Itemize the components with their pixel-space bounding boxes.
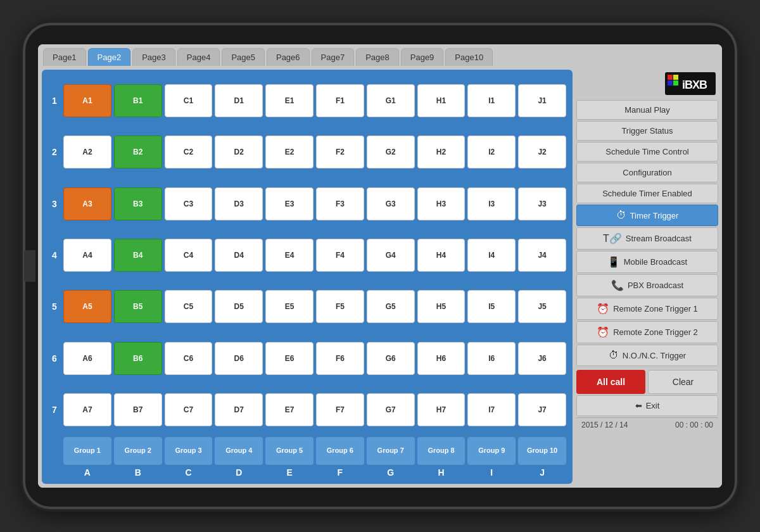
tab-page6[interactable]: Page6 — [267, 48, 310, 66]
tab-page4[interactable]: Page4 — [177, 48, 220, 66]
tab-page7[interactable]: Page7 — [312, 48, 355, 66]
cell-h5[interactable]: H5 — [417, 290, 466, 323]
group-cell-1[interactable]: Group 1 — [63, 437, 111, 465]
group-cell-2[interactable]: Group 2 — [114, 437, 162, 465]
cell-j4[interactable]: J4 — [518, 239, 566, 272]
menu-item-3[interactable]: Configuration — [576, 163, 718, 182]
cell-h2[interactable]: H2 — [417, 136, 466, 168]
cell-i3[interactable]: I3 — [467, 187, 516, 220]
cell-d5[interactable]: D5 — [215, 290, 263, 323]
cell-b2[interactable]: B2 — [114, 136, 162, 168]
cell-a6[interactable]: A6 — [63, 342, 111, 375]
cell-e2[interactable]: E2 — [265, 136, 314, 168]
menu-item-5[interactable]: ⏱Timer Trigger — [576, 205, 718, 226]
group-cell-5[interactable]: Group 5 — [265, 437, 314, 465]
cell-b6[interactable]: B6 — [114, 342, 162, 375]
cell-i5[interactable]: I5 — [467, 290, 516, 323]
menu-item-9[interactable]: ⏰Remote Zone Trigger 1 — [576, 298, 718, 320]
cell-j6[interactable]: J6 — [518, 342, 566, 375]
cell-e3[interactable]: E3 — [265, 187, 314, 220]
cell-a7[interactable]: A7 — [63, 393, 111, 426]
group-cell-4[interactable]: Group 4 — [215, 437, 263, 465]
cell-d1[interactable]: D1 — [215, 84, 263, 117]
menu-item-8[interactable]: 📞PBX Broadcast — [576, 274, 718, 296]
cell-c3[interactable]: C3 — [165, 187, 213, 220]
cell-c4[interactable]: C4 — [165, 239, 213, 272]
cell-j2[interactable]: J2 — [518, 136, 566, 168]
exit-button[interactable]: ⬅ Exit — [576, 395, 718, 416]
cell-h1[interactable]: H1 — [417, 84, 466, 117]
cell-f3[interactable]: F3 — [316, 187, 364, 220]
cell-d2[interactable]: D2 — [215, 136, 263, 168]
cell-a1[interactable]: A1 — [63, 84, 111, 117]
tab-page1[interactable]: Page1 — [43, 48, 86, 66]
cell-c7[interactable]: C7 — [165, 393, 213, 426]
cell-e5[interactable]: E5 — [265, 290, 314, 323]
cell-h4[interactable]: H4 — [417, 239, 466, 272]
cell-e1[interactable]: E1 — [265, 84, 314, 117]
cell-j7[interactable]: J7 — [518, 393, 566, 426]
cell-i2[interactable]: I2 — [467, 136, 516, 168]
cell-a5[interactable]: A5 — [63, 290, 111, 323]
all-call-button[interactable]: All call — [576, 370, 645, 394]
cell-a2[interactable]: A2 — [63, 136, 111, 168]
tab-page9[interactable]: Page9 — [401, 48, 444, 66]
cell-h3[interactable]: H3 — [417, 187, 466, 220]
tab-page5[interactable]: Page5 — [222, 48, 265, 66]
cell-f7[interactable]: F7 — [316, 393, 364, 426]
cell-d3[interactable]: D3 — [215, 187, 263, 220]
cell-c5[interactable]: C5 — [165, 290, 213, 323]
home-button[interactable] — [24, 250, 35, 282]
cell-g7[interactable]: G7 — [367, 393, 415, 426]
menu-item-4[interactable]: Schedule Timer Enabled — [576, 184, 718, 203]
cell-f2[interactable]: F2 — [316, 136, 364, 168]
menu-item-0[interactable]: Manual Play — [576, 100, 718, 120]
cell-j5[interactable]: J5 — [518, 290, 566, 323]
cell-b4[interactable]: B4 — [114, 239, 162, 272]
menu-item-10[interactable]: ⏰Remote Zone Trigger 2 — [576, 321, 718, 343]
cell-g2[interactable]: G2 — [367, 136, 415, 168]
cell-i4[interactable]: I4 — [467, 239, 516, 272]
cell-b7[interactable]: B7 — [114, 393, 162, 426]
cell-g4[interactable]: G4 — [367, 239, 415, 272]
cell-g1[interactable]: G1 — [367, 84, 415, 117]
cell-g6[interactable]: G6 — [367, 342, 415, 375]
group-cell-8[interactable]: Group 8 — [417, 437, 466, 465]
cell-f1[interactable]: F1 — [316, 84, 364, 117]
cell-e6[interactable]: E6 — [265, 342, 314, 375]
clear-button[interactable]: Clear — [648, 370, 718, 394]
cell-i1[interactable]: I1 — [467, 84, 516, 117]
group-cell-10[interactable]: Group 10 — [518, 437, 566, 465]
cell-h6[interactable]: H6 — [417, 342, 466, 375]
group-cell-9[interactable]: Group 9 — [467, 437, 516, 465]
cell-a4[interactable]: A4 — [63, 239, 111, 272]
tab-page8[interactable]: Page8 — [356, 48, 399, 66]
menu-item-2[interactable]: Schedule Time Control — [576, 142, 718, 162]
menu-item-1[interactable]: Trigger Status — [576, 121, 718, 141]
cell-e4[interactable]: E4 — [265, 239, 314, 272]
cell-d4[interactable]: D4 — [215, 239, 263, 272]
tab-page3[interactable]: Page3 — [132, 48, 175, 66]
tab-page2[interactable]: Page2 — [88, 48, 131, 66]
cell-b3[interactable]: B3 — [114, 187, 162, 220]
cell-f5[interactable]: F5 — [316, 290, 364, 323]
cell-a3[interactable]: A3 — [63, 187, 111, 220]
menu-item-6[interactable]: T🔗Stream Broadcast — [576, 227, 718, 250]
cell-i7[interactable]: I7 — [467, 393, 516, 426]
cell-d6[interactable]: D6 — [215, 342, 263, 375]
cell-e7[interactable]: E7 — [265, 393, 314, 426]
cell-i6[interactable]: I6 — [467, 342, 516, 375]
cell-c2[interactable]: C2 — [165, 136, 213, 168]
cell-b5[interactable]: B5 — [114, 290, 162, 323]
cell-j3[interactable]: J3 — [518, 187, 566, 220]
menu-item-11[interactable]: ⏱N.O./N.C. Trigger — [576, 345, 718, 366]
tab-page10[interactable]: Page10 — [445, 48, 493, 66]
menu-item-7[interactable]: 📱Mobile Broadcast — [576, 251, 718, 273]
cell-h7[interactable]: H7 — [417, 393, 466, 426]
group-cell-3[interactable]: Group 3 — [165, 437, 213, 465]
group-cell-7[interactable]: Group 7 — [367, 437, 415, 465]
cell-j1[interactable]: J1 — [518, 84, 566, 117]
cell-f6[interactable]: F6 — [316, 342, 364, 375]
cell-b1[interactable]: B1 — [114, 84, 162, 117]
cell-d7[interactable]: D7 — [215, 393, 263, 426]
